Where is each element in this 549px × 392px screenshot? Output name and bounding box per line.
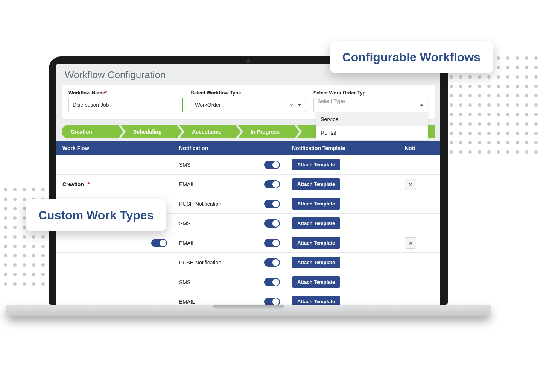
- attach-template-button[interactable]: Attach Template: [292, 178, 340, 190]
- attach-template-button[interactable]: Attach Template: [292, 198, 340, 210]
- table-row: EMAILAttach Template×: [56, 233, 440, 253]
- template-cell: Attach Template: [286, 194, 399, 213]
- config-card: Workflow Name* Select Workflow Type × Se…: [62, 85, 435, 119]
- notification-type: EMAIL: [179, 299, 195, 305]
- notification-type: PUSH Notification: [179, 201, 221, 207]
- notification-toggle[interactable]: [264, 200, 280, 208]
- close-icon: ×: [409, 181, 412, 187]
- dropdown-option-service[interactable]: Service: [316, 112, 428, 126]
- template-cell: Attach Template: [286, 272, 399, 292]
- stage-acceptance[interactable]: Acceptance: [179, 125, 236, 138]
- col-notification: Notification: [173, 141, 286, 155]
- table-row: EMAILAttach Template: [56, 292, 440, 305]
- template-cell: Attach Template: [286, 155, 399, 174]
- work-order-type-dropdown: Service Rental: [316, 112, 428, 140]
- workflow-toggle[interactable]: [151, 239, 167, 247]
- workflow-cell: [56, 278, 173, 286]
- notification-type: SMS: [179, 162, 190, 168]
- callout-configurable-workflows: Configurable Workflows: [330, 41, 493, 73]
- notification-cell: PUSH Notification: [173, 255, 286, 270]
- template-cell: Attach Template: [286, 214, 399, 233]
- action-cell: [399, 298, 440, 305]
- notification-toggle[interactable]: [264, 239, 280, 247]
- workflow-cell: [56, 161, 173, 169]
- laptop-base: [6, 305, 491, 316]
- camera-dot: [246, 59, 250, 63]
- attach-template-button[interactable]: Attach Template: [292, 237, 340, 249]
- workflow-cell: [56, 259, 173, 266]
- notification-toggle[interactable]: [264, 180, 280, 188]
- action-cell: ×: [399, 234, 440, 252]
- notification-toggle[interactable]: [264, 258, 280, 267]
- notification-type: SMS: [179, 279, 190, 285]
- stage-in-progress[interactable]: In Progress: [238, 125, 294, 138]
- notification-cell: PUSH Notification: [173, 196, 286, 212]
- table-row: Creation*EMAILAttach Template×: [56, 175, 440, 194]
- notification-toggle[interactable]: [264, 219, 280, 228]
- notification-toggle[interactable]: [264, 278, 280, 286]
- table-row: SMSAttach Template: [56, 155, 440, 175]
- col-noti: Noti: [399, 141, 440, 155]
- notification-toggle[interactable]: [264, 161, 280, 169]
- field-workflow-type: Select Workflow Type ×: [191, 90, 306, 112]
- action-cell: [399, 161, 440, 169]
- clear-icon[interactable]: ×: [290, 102, 293, 108]
- label-workflow-type: Select Workflow Type: [191, 90, 306, 96]
- callout-title: Custom Work Types: [38, 208, 154, 223]
- workflow-type-select[interactable]: [191, 98, 306, 112]
- remove-row-button[interactable]: ×: [405, 237, 416, 249]
- notification-cell: EMAIL: [173, 235, 286, 251]
- attach-template-button[interactable]: Attach Template: [292, 159, 340, 170]
- chevron-up-icon[interactable]: [420, 104, 424, 106]
- notification-type: EMAIL: [179, 181, 195, 187]
- template-cell: Attach Template: [286, 253, 399, 272]
- remove-row-button[interactable]: ×: [405, 179, 416, 190]
- notification-cell: SMS: [173, 274, 286, 290]
- workflow-cell: Creation*: [56, 178, 173, 191]
- template-cell: Attach Template: [286, 292, 399, 305]
- dropdown-option-rental[interactable]: Rental: [316, 126, 428, 140]
- laptop-frame: Workflow Configuration Workflow Name* Se…: [49, 56, 448, 316]
- notification-cell: EMAIL: [173, 176, 286, 192]
- action-cell: [399, 200, 440, 208]
- notification-type: SMS: [179, 220, 190, 226]
- col-workflow: Work Flow: [56, 141, 173, 155]
- table-row: SMSAttach Template: [56, 272, 440, 292]
- workflow-cell: [56, 235, 173, 251]
- callout-title: Configurable Workflows: [342, 50, 481, 65]
- col-template: Notification Template: [286, 141, 399, 155]
- template-cell: Attach Template: [286, 233, 399, 252]
- chevron-down-icon[interactable]: [298, 104, 301, 106]
- table-header: Work Flow Notification Notification Temp…: [56, 141, 440, 155]
- notification-toggle[interactable]: [264, 298, 280, 305]
- required-asterisk: *: [88, 181, 90, 187]
- stage-scheduling[interactable]: Scheduling: [120, 125, 177, 138]
- action-cell: ×: [399, 175, 440, 194]
- work-order-type-placeholder: Select Type: [318, 98, 345, 104]
- notification-cell: EMAIL: [173, 294, 286, 305]
- attach-template-button[interactable]: Attach Template: [292, 276, 340, 288]
- notification-type: EMAIL: [179, 240, 195, 246]
- attach-template-button[interactable]: Attach Template: [292, 217, 340, 229]
- work-order-type-select[interactable]: Select Type: [313, 98, 428, 112]
- attach-template-button[interactable]: Attach Template: [292, 257, 340, 268]
- workflow-name-input[interactable]: [68, 98, 183, 112]
- notification-cell: SMS: [173, 157, 286, 173]
- label-work-order-type: Select Work Order Typ: [313, 90, 428, 96]
- action-cell: [399, 278, 440, 286]
- workflow-cell: [56, 298, 173, 305]
- stage-creation[interactable]: Creation: [62, 125, 118, 138]
- table-row: PUSH NotificationAttach Template: [56, 253, 440, 272]
- attach-template-button[interactable]: Attach Template: [292, 296, 340, 305]
- field-workflow-name: Workflow Name*: [68, 90, 183, 112]
- label-workflow-name: Workflow Name: [68, 90, 105, 96]
- close-icon: ×: [409, 240, 412, 246]
- template-cell: Attach Template: [286, 175, 399, 194]
- action-cell: [399, 220, 440, 227]
- action-cell: [399, 259, 440, 266]
- required-asterisk: *: [105, 90, 107, 96]
- callout-custom-work-types: Custom Work Types: [26, 199, 166, 231]
- notification-type: PUSH Notification: [179, 260, 221, 266]
- notification-cell: SMS: [173, 216, 286, 231]
- field-work-order-type: Select Work Order Typ Select Type: [313, 90, 428, 112]
